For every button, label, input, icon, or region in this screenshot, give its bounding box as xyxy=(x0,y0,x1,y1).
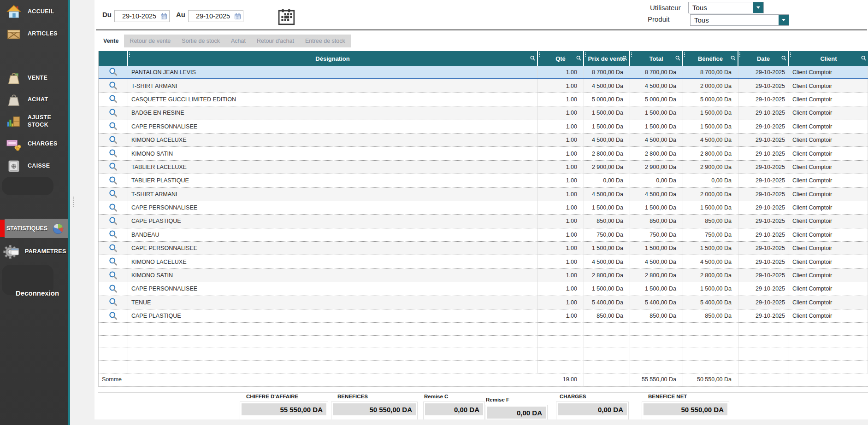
row-magnifier-icon[interactable] xyxy=(108,122,118,131)
summary-charges: CHARGES 0,00 DA xyxy=(556,394,629,420)
row-magnifier-icon[interactable] xyxy=(108,216,118,226)
date-from-field[interactable] xyxy=(114,10,170,22)
search-icon[interactable] xyxy=(861,55,867,61)
row-magnifier-icon[interactable] xyxy=(108,203,118,213)
calendar-icon[interactable] xyxy=(234,13,241,20)
row-magnifier-icon[interactable] xyxy=(108,230,118,239)
column-header-benefice[interactable]: Bénéfice xyxy=(683,51,738,66)
table-row[interactable]: CAPE PERSONNALISEE 1.00 1 500,00 Da 1 50… xyxy=(99,282,868,296)
logout-button[interactable]: Deconnexion xyxy=(16,289,59,297)
tab-vente[interactable]: Vente xyxy=(98,35,124,47)
cell-qte: 1.00 xyxy=(538,93,584,106)
tab-entree-de-stock[interactable]: Entree de stock xyxy=(300,35,351,47)
table-row[interactable]: BANDEAU 1.00 750,00 Da 750,00 Da 750,00 … xyxy=(99,228,868,242)
sidebar-resize-grip[interactable] xyxy=(72,197,76,207)
row-magnifier-icon[interactable] xyxy=(108,189,118,199)
row-magnifier-icon[interactable] xyxy=(108,149,118,158)
column-header-qte[interactable]: Qté xyxy=(538,51,584,66)
cell-prix-de-vente: 750,00 Da xyxy=(584,228,630,241)
column-header-total[interactable]: Total xyxy=(630,51,683,66)
cell-designation: TABLIER LACELUXE xyxy=(128,161,538,174)
column-header-designation[interactable]: Désignation xyxy=(128,51,538,66)
sidebar-item-articles[interactable]: ARTICLES xyxy=(0,23,68,45)
table-row[interactable]: TABLIER PLASTIQUE 1.00 0,00 Da 0,00 Da 0… xyxy=(99,174,868,187)
table-row[interactable]: KIMONO LACELUXE 1.00 4 500,00 Da 4 500,0… xyxy=(99,134,868,147)
search-icon[interactable] xyxy=(576,55,582,61)
sidebar-item-accueil[interactable]: ACCUEIL xyxy=(0,1,68,23)
sidebar-item-vente[interactable]: VENTE xyxy=(0,67,68,89)
row-magnifier-icon[interactable] xyxy=(108,244,118,253)
tab-retour-dachat[interactable]: Retour d'achat xyxy=(251,35,300,47)
row-magnifier-icon[interactable] xyxy=(108,162,118,172)
row-magnifier-icon[interactable] xyxy=(108,94,118,104)
table-row[interactable]: CAPE PLASTIQUE 1.00 850,00 Da 850,00 Da … xyxy=(99,215,868,228)
row-magnifier-icon[interactable] xyxy=(108,135,118,145)
sidebar-item-achat[interactable]: ACHAT xyxy=(0,89,68,111)
date-to-input[interactable] xyxy=(194,12,232,20)
column-header-prix-de-vente[interactable]: Prix de vente xyxy=(584,51,630,66)
tab-achat[interactable]: Achat xyxy=(225,35,251,47)
cell-prix-de-vente: 8 700,00 Da xyxy=(584,66,630,78)
column-header-actions[interactable] xyxy=(99,51,128,66)
sidebar-item-statistiques[interactable]: STATISTIQUES xyxy=(5,219,68,238)
date-to-field[interactable] xyxy=(188,10,243,22)
table-row[interactable]: TABLIER LACELUXE 1.00 2 900,00 Da 2 900,… xyxy=(99,161,868,174)
dropdown-button[interactable] xyxy=(753,2,763,13)
cell-actions xyxy=(99,120,128,133)
table-row[interactable]: KIMONO LACELUXE 1.00 4 500,00 Da 4 500,0… xyxy=(99,255,868,268)
row-magnifier-icon[interactable] xyxy=(108,67,118,77)
table-row[interactable]: KIMONO SATIN 1.00 2 800,00 Da 2 800,00 D… xyxy=(99,269,868,282)
empty-row xyxy=(99,348,868,361)
table-row[interactable]: T-SHIRT ARMANI 1.00 4 500,00 Da 4 500,00… xyxy=(99,188,868,201)
cell-date: 29-10-2025 xyxy=(738,79,789,92)
sidebar-item-caisse[interactable]: CAISSE xyxy=(0,155,68,177)
cell-total: 4 500,00 Da xyxy=(630,188,683,201)
row-magnifier-icon[interactable] xyxy=(108,108,118,118)
row-magnifier-icon[interactable] xyxy=(108,271,118,280)
table-row[interactable]: BADGE EN RESINE 1.00 1 500,00 Da 1 500,0… xyxy=(99,106,868,120)
cell-total: 2 800,00 Da xyxy=(630,269,683,282)
search-icon[interactable] xyxy=(781,55,787,61)
cell-qte: 1.00 xyxy=(538,120,584,133)
table-row[interactable]: T-SHIRT ARMANI 1.00 4 500,00 Da 4 500,00… xyxy=(99,79,868,93)
row-magnifier-icon[interactable] xyxy=(108,81,118,91)
sidebar-item-ajuste-stock[interactable]: AJUSTE STOCK xyxy=(0,111,68,133)
dropdown-button[interactable] xyxy=(779,15,789,25)
search-icon[interactable] xyxy=(675,55,681,61)
pie-chart-icon xyxy=(50,221,66,235)
column-header-client[interactable]: Client xyxy=(789,51,868,66)
calendar-icon[interactable] xyxy=(160,13,167,20)
row-magnifier-icon[interactable] xyxy=(108,284,118,294)
date-from-input[interactable] xyxy=(120,12,159,20)
table-row[interactable]: CASQUETTE GUCCI LIMITED EDITION 1.00 5 0… xyxy=(99,93,868,106)
row-magnifier-icon[interactable] xyxy=(108,311,118,321)
table-row[interactable]: PANTALON JEAN LEVIS 1.00 8 700,00 Da 8 7… xyxy=(99,66,868,79)
table-row[interactable]: KIMONO SATIN 1.00 2 800,00 Da 2 800,00 D… xyxy=(99,147,868,160)
row-magnifier-icon[interactable] xyxy=(108,257,118,267)
sidebar-item-label: ACCUEIL xyxy=(28,8,54,16)
cell-total: 4 500,00 Da xyxy=(630,255,683,268)
search-icon[interactable] xyxy=(530,55,536,61)
user-filter-dropdown[interactable]: Tous xyxy=(688,2,764,13)
row-magnifier-icon[interactable] xyxy=(108,176,118,186)
table-row[interactable]: CAPE PLASTIQUE 1.00 850,00 Da 850,00 Da … xyxy=(99,309,868,323)
cell-qte: 1.00 xyxy=(538,255,584,268)
table-row[interactable]: TENUE 1.00 5 400,00 Da 5 400,00 Da 5 400… xyxy=(99,296,868,309)
search-icon[interactable] xyxy=(730,55,736,61)
row-magnifier-icon[interactable] xyxy=(108,297,118,307)
column-header-date[interactable]: Date xyxy=(738,51,789,66)
table-row[interactable]: CAPE PERSONNALISEE 1.00 1 500,00 Da 1 50… xyxy=(99,120,868,134)
sidebar-item-parametres[interactable]: PARAMETRES xyxy=(0,241,68,263)
product-filter-dropdown[interactable]: Tous xyxy=(690,14,789,26)
cell-date: 29-10-2025 xyxy=(738,309,789,322)
cell-date: 29-10-2025 xyxy=(738,242,789,255)
table-row[interactable]: CAPE PERSONNALISEE 1.00 1 500,00 Da 1 50… xyxy=(99,242,868,255)
search-icon[interactable] xyxy=(622,55,628,61)
table-row[interactable]: CAPE PERSONNALISEE 1.00 1 500,00 Da 1 50… xyxy=(99,201,868,215)
summary-value: 0,00 DA xyxy=(558,403,627,415)
tab-retour-de-vente[interactable]: Retour de vente xyxy=(124,35,176,47)
sidebar-item-charges[interactable]: CHARGES xyxy=(0,133,68,155)
open-calendar-button[interactable] xyxy=(278,9,296,26)
empty-row xyxy=(99,323,868,335)
tab-sortie-de-stock[interactable]: Sortie de stock xyxy=(176,35,225,47)
